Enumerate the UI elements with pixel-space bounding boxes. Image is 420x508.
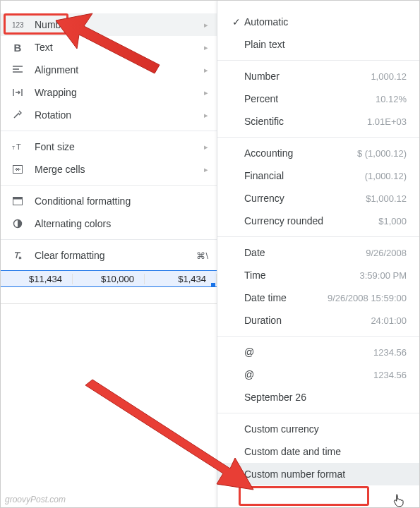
format-example: 3:59:00 PM xyxy=(360,270,407,281)
format-recent-2[interactable]: @ 1234.56 xyxy=(217,363,420,386)
number-submenu: ✓ Automatic Plain text Number 1,000.12 P… xyxy=(217,1,420,508)
menu-text[interactable]: B Text ▸ xyxy=(1,36,217,59)
menu-alternating-colors[interactable]: Alternating colors xyxy=(1,212,217,235)
menu-alignment[interactable]: Alignment ▸ xyxy=(1,59,217,81)
format-example: 1234.56 xyxy=(373,370,407,380)
menu-clear-formatting[interactable]: Clear formatting ⌘\ xyxy=(1,244,217,267)
clear-formatting-icon xyxy=(11,250,25,260)
svg-text:123: 123 xyxy=(12,21,23,29)
font-size-icon: TT xyxy=(11,142,25,152)
selection-handle[interactable] xyxy=(211,283,215,287)
menu-merge-cells[interactable]: Merge cells ▸ xyxy=(1,158,217,181)
conditional-formatting-icon xyxy=(11,197,25,205)
format-financial[interactable]: Financial (1,000.12) xyxy=(217,164,420,187)
format-label: Accounting xyxy=(244,147,357,159)
chevron-right-icon: ▸ xyxy=(204,43,208,52)
cursor-pointer-icon xyxy=(392,493,405,507)
menu-conditional-formatting[interactable]: Conditional formatting xyxy=(1,190,217,212)
separator xyxy=(217,236,420,237)
format-label: Percent xyxy=(244,93,376,104)
menu-clear-formatting-label: Clear formatting xyxy=(35,250,196,261)
separator xyxy=(1,131,217,131)
menu-conditional-formatting-label: Conditional formatting xyxy=(35,195,208,207)
format-recent-1[interactable]: @ 1234.56 xyxy=(217,341,420,363)
sheet-cell[interactable]: $11,434 xyxy=(1,274,73,284)
format-example: 10.12% xyxy=(376,94,407,104)
format-accounting[interactable]: Accounting $ (1,000.12) xyxy=(217,142,420,164)
menu-text-label: Text xyxy=(35,42,204,53)
format-label: Currency rounded xyxy=(244,215,378,226)
menu-alignment-label: Alignment xyxy=(35,64,204,75)
format-label: Duration xyxy=(244,315,371,326)
separator xyxy=(217,60,420,61)
format-example: 1.01E+03 xyxy=(367,116,407,127)
bold-icon: B xyxy=(11,42,25,54)
chevron-right-icon: ▸ xyxy=(204,20,208,30)
sheet-cell[interactable]: $10,000 xyxy=(73,274,145,284)
format-plain-text[interactable]: Plain text xyxy=(217,33,420,56)
format-label: Scientific xyxy=(244,116,367,127)
format-label: @ xyxy=(244,346,373,358)
chevron-right-icon: ▸ xyxy=(204,165,208,174)
format-label: Custom number format xyxy=(244,468,407,480)
menu-rotation-label: Rotation xyxy=(35,109,204,121)
format-example: $1,000 xyxy=(378,216,407,226)
menu-rotation[interactable]: Rotation ▸ xyxy=(1,104,217,126)
format-label: Plain text xyxy=(244,39,407,50)
format-custom-currency[interactable]: Custom currency xyxy=(217,418,420,440)
format-custom-date-time[interactable]: Custom date and time xyxy=(217,440,420,463)
separator xyxy=(217,336,420,337)
format-example: (1,000.12) xyxy=(365,171,407,181)
format-date[interactable]: Date 9/26/2008 xyxy=(217,241,420,264)
menu-number-label: Number xyxy=(35,19,204,30)
format-label: @ xyxy=(244,369,373,380)
format-example: 9/26/2008 15:59:00 xyxy=(328,293,407,303)
format-label: Automatic xyxy=(244,16,407,28)
svg-text:T: T xyxy=(12,145,16,150)
sheet-row-selected[interactable]: $11,434 $10,000 $1,434 xyxy=(1,270,217,287)
menu-number[interactable]: 123 Number ▸ xyxy=(1,13,217,36)
format-label: Number xyxy=(244,71,371,82)
chevron-right-icon: ▸ xyxy=(204,88,208,97)
separator xyxy=(1,185,217,186)
format-label: Custom date and time xyxy=(244,446,407,457)
format-example: 1234.56 xyxy=(373,347,407,358)
chevron-right-icon: ▸ xyxy=(204,111,208,120)
format-date-time[interactable]: Date time 9/26/2008 15:59:00 xyxy=(217,286,420,309)
chevron-right-icon: ▸ xyxy=(204,143,208,152)
alignment-icon xyxy=(11,66,25,74)
shortcut-text: ⌘\ xyxy=(196,250,208,261)
menu-wrapping-label: Wrapping xyxy=(35,87,204,98)
format-label: Financial xyxy=(244,170,365,181)
format-currency-rounded[interactable]: Currency rounded $1,000 xyxy=(217,210,420,232)
format-time[interactable]: Time 3:59:00 PM xyxy=(217,264,420,286)
sheet-cell[interactable]: $1,434 xyxy=(145,274,217,284)
format-number[interactable]: Number 1,000.12 xyxy=(217,65,420,87)
format-recent-3[interactable]: September 26 xyxy=(217,386,420,409)
svg-rect-5 xyxy=(13,198,23,200)
menu-merge-cells-label: Merge cells xyxy=(35,164,204,175)
chevron-right-icon: ▸ xyxy=(204,66,208,75)
format-label: Time xyxy=(244,270,360,281)
alternating-colors-icon xyxy=(11,219,25,229)
menu-alternating-colors-label: Alternating colors xyxy=(35,218,208,229)
format-duration[interactable]: Duration 24:01:00 xyxy=(217,309,420,332)
format-menu: 123 Number ▸ B Text ▸ Alignment ▸ Wrappi… xyxy=(1,1,217,267)
wrapping-icon xyxy=(11,87,25,97)
separator xyxy=(217,413,420,413)
format-example: $ (1,000.12) xyxy=(357,148,407,159)
format-scientific[interactable]: Scientific 1.01E+03 xyxy=(217,110,420,133)
format-percent[interactable]: Percent 10.12% xyxy=(217,87,420,110)
sheet-row[interactable] xyxy=(1,287,217,304)
menu-wrapping[interactable]: Wrapping ▸ xyxy=(1,81,217,104)
format-currency[interactable]: Currency $1,000.12 xyxy=(217,187,420,210)
format-example: $1,000.12 xyxy=(366,193,407,204)
format-label: Date xyxy=(244,247,366,258)
rotation-icon xyxy=(11,110,25,120)
format-example: 9/26/2008 xyxy=(366,248,407,258)
format-automatic[interactable]: ✓ Automatic xyxy=(217,11,420,33)
menu-font-size[interactable]: TT Font size ▸ xyxy=(1,135,217,158)
spreadsheet: $11,434 $10,000 $1,434 xyxy=(1,270,217,304)
format-custom-number-format[interactable]: Custom number format xyxy=(217,463,420,485)
separator xyxy=(1,239,217,240)
